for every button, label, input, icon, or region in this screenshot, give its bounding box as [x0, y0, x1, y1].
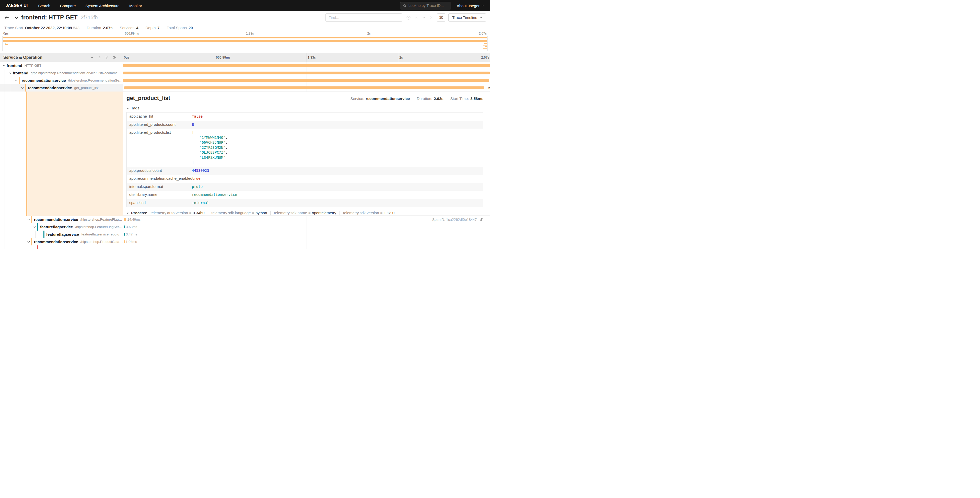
span-row-frontend[interactable]: frontendHTTP GET: [0, 62, 490, 69]
span-bar[interactable]: [123, 64, 490, 67]
clear-find-icon[interactable]: [430, 16, 433, 19]
tags-section-toggle[interactable]: Tags: [126, 105, 484, 111]
tag-row: app.filtered_products.count8: [127, 121, 483, 129]
service-name: recommendationservice: [34, 239, 78, 244]
find-input[interactable]: [326, 13, 402, 22]
collapse-one-icon[interactable]: [91, 56, 94, 59]
expand-one-icon[interactable]: [98, 56, 101, 59]
span-row-recommendationservice[interactable]: recommendationservice/hipstershop.Featur…: [0, 216, 490, 223]
span-collapse-icon[interactable]: [26, 240, 31, 243]
tag-key: app.cache_hit: [127, 112, 189, 121]
span-bar[interactable]: [124, 240, 125, 243]
span-row-recommendationservice[interactable]: recommendationservice/hipstershop.Produc…: [0, 238, 490, 246]
indent-guide: [8, 238, 14, 246]
tags-table: app.cache_hitfalseapp.filtered_products.…: [126, 112, 484, 207]
span-bar[interactable]: [124, 233, 125, 236]
span-row-featureflagservice[interactable]: featureflagservicefeatureflagservice.rep…: [0, 231, 490, 238]
span-name-column: featureflagservicefeatureflagservice.rep…: [0, 231, 123, 238]
span-row-clipped[interactable]: [0, 246, 490, 249]
indent-guide: [8, 231, 14, 238]
arrow-left-icon: [4, 15, 9, 20]
minimap-span: [5, 43, 6, 43]
span-bar-cell: [123, 69, 490, 77]
process-section-toggle[interactable]: Process:: [126, 211, 147, 215]
tag-value: ["1YMWWN1N4O","66VCHSJNUP","2ZYFJ3GM2N",…: [189, 129, 483, 167]
service-color-strip: [37, 223, 38, 231]
operation-name: HTTP GET: [24, 64, 41, 67]
span-name-column: featureflagservice/hipstershop.FeatureFl…: [0, 223, 123, 231]
search-icon: [403, 4, 406, 7]
minimap-span: [484, 43, 487, 44]
tag-value: 8: [189, 121, 483, 129]
span-row-recommendationservice[interactable]: recommendationserviceget_product_list2.6…: [0, 84, 490, 91]
span-detail-panel: get_product_list Service:recommendations…: [123, 91, 490, 216]
tag-value: internal: [189, 199, 483, 207]
circle-minus-icon[interactable]: [406, 15, 411, 20]
span-duration-label: 1.04ms: [126, 240, 137, 244]
indent-guide: [2, 84, 8, 91]
span-row-recommendationservice[interactable]: recommendationservice/hipstershop.Recomm…: [0, 77, 490, 84]
keyboard-shortcuts-button[interactable]: ⌘: [437, 13, 445, 22]
operation-name: /hipstershop.FeatureFlagService...: [81, 217, 123, 221]
span-duration-label: 2.62s: [485, 86, 490, 90]
operation-name: get_product_list: [74, 86, 99, 90]
service-name: frontend: [13, 71, 29, 75]
about-jaeger-menu[interactable]: About Jaeger: [451, 3, 490, 8]
indent-guide: [14, 238, 20, 246]
trace-view-selector[interactable]: Trace Timeline: [449, 13, 486, 22]
indent-guide: [8, 246, 14, 249]
indent-guide: [20, 223, 26, 231]
tag-key: span.kind: [127, 199, 189, 207]
collapse-trace-detail-toggle[interactable]: [14, 15, 19, 20]
tag-row: app.cache_hitfalse: [127, 112, 483, 121]
span-bar[interactable]: [123, 72, 490, 74]
indent-guide: [14, 216, 20, 223]
indent-guide: [8, 216, 14, 223]
minimap-span: [5, 44, 8, 45]
span-row-frontend[interactable]: frontendgrpc.hipstershop.RecommendationS…: [0, 69, 490, 77]
span-name-column: recommendationserviceget_product_list: [0, 84, 123, 91]
span-duration-label: 3.47ms: [126, 232, 137, 236]
chevron-down-icon: [126, 107, 129, 110]
service-name: recommendationservice: [22, 78, 66, 83]
service-color-strip: [31, 238, 32, 246]
nav-item-search[interactable]: Search: [33, 3, 55, 8]
span-bar[interactable]: [124, 225, 125, 228]
trace-minimap[interactable]: [3, 36, 487, 51]
span-detail-title: get_product_list: [126, 95, 170, 102]
service-name: recommendationservice: [34, 217, 78, 222]
indent-guide: [8, 77, 14, 84]
collapse-all-icon[interactable]: [105, 56, 108, 59]
jaeger-logo[interactable]: JAEGER UI: [0, 3, 33, 8]
back-button[interactable]: [4, 15, 9, 20]
span-collapse-icon[interactable]: [32, 225, 37, 228]
span-bar[interactable]: [123, 79, 489, 82]
service-color-strip: [25, 84, 26, 91]
chevron-up-icon[interactable]: [415, 16, 418, 19]
span-collapse-icon[interactable]: [8, 72, 13, 75]
nav-item-system-architecture[interactable]: System Architecture: [81, 3, 124, 8]
span-name-column: recommendationservice/hipstershop.Featur…: [0, 216, 123, 223]
expand-all-icon[interactable]: [113, 56, 116, 59]
span-detail-meta: Service:recommendationservice Duration:2…: [350, 96, 484, 101]
span-bar[interactable]: [124, 86, 484, 89]
span-bar[interactable]: [124, 218, 126, 221]
timeline-tick-labels: 0μs666.89ms 1.33s2s 2.67s: [123, 53, 490, 62]
span-row-featureflagservice[interactable]: featureflagservice/hipstershop.FeatureFl…: [0, 223, 490, 231]
tag-row: app.products.count44530923: [127, 167, 483, 175]
span-collapse-icon[interactable]: [14, 79, 19, 82]
span-duration-label: 14.49ms: [127, 217, 141, 221]
tag-key: internal.span.format: [127, 183, 189, 191]
span-collapse-icon[interactable]: [20, 86, 25, 89]
nav-item-monitor[interactable]: Monitor: [124, 3, 147, 8]
top-nav: JAEGER UI Search Compare System Architec…: [0, 0, 490, 11]
tag-list-item: "1YMWWN1N4O",: [192, 135, 480, 140]
chevron-down-icon[interactable]: [422, 16, 426, 19]
trace-id-search-input[interactable]: [409, 3, 449, 8]
operation-name: /hipstershop.ProductCatalogSer...: [81, 240, 123, 244]
span-collapse-icon[interactable]: [26, 218, 31, 221]
span-collapse-icon[interactable]: [2, 64, 6, 67]
trace-id-search-box[interactable]: [400, 2, 451, 10]
indent-guide: [20, 231, 26, 238]
nav-item-compare[interactable]: Compare: [55, 3, 81, 8]
